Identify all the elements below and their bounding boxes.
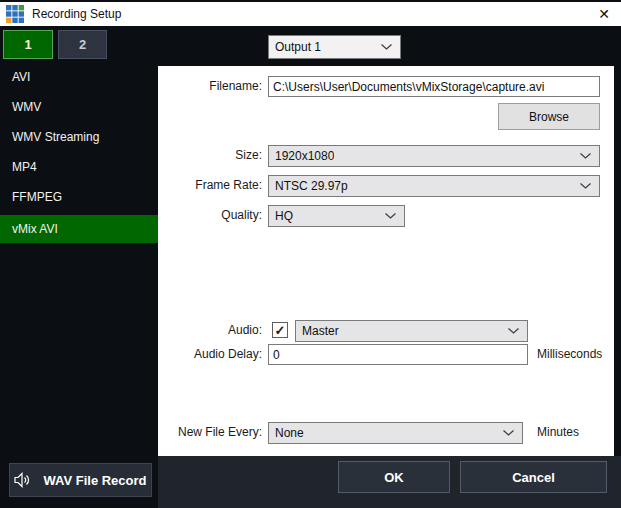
sidebar-item-mp4[interactable]: MP4 [0, 153, 158, 181]
size-label: Size: [158, 148, 262, 162]
chevron-down-icon [508, 328, 519, 334]
frame-rate-select-value: NTSC 29.97p [275, 179, 348, 193]
new-file-every-select[interactable]: None [268, 422, 523, 444]
size-select[interactable]: 1920x1080 [268, 145, 600, 167]
vmix-logo-icon [6, 5, 24, 23]
window-title: Recording Setup [32, 7, 121, 21]
output-select[interactable]: Output 1 [268, 35, 401, 59]
tab-output-1[interactable]: 1 [3, 30, 53, 59]
frame-rate-label: Frame Rate: [158, 178, 262, 192]
milliseconds-label: Milliseconds [537, 347, 602, 361]
settings-panel: Filename: Browse Size: 1920x1080 Frame R… [158, 66, 614, 456]
audio-bus-select[interactable]: Master [295, 320, 528, 342]
recording-setup-dialog: Recording Setup ✕ 1 2 Output 1 AVI WMV W… [0, 0, 621, 508]
audio-delay-input[interactable] [268, 344, 528, 365]
ok-button[interactable]: OK [338, 461, 450, 493]
size-select-value: 1920x1080 [275, 149, 334, 163]
close-icon[interactable]: ✕ [595, 5, 613, 23]
chevron-down-icon [580, 153, 591, 159]
audio-checkbox[interactable]: ✓ [272, 322, 288, 338]
wav-file-record-label: WAV File Record [43, 473, 146, 488]
minutes-label: Minutes [537, 425, 579, 439]
speaker-icon [14, 472, 31, 488]
chevron-down-icon [385, 213, 396, 219]
quality-select[interactable]: HQ [268, 205, 405, 227]
chevron-down-icon [580, 183, 591, 189]
title-bar: Recording Setup ✕ [0, 0, 621, 26]
audio-delay-label: Audio Delay: [158, 347, 262, 361]
audio-bus-select-value: Master [302, 324, 339, 338]
chevron-down-icon [503, 430, 514, 436]
cancel-button[interactable]: Cancel [460, 461, 607, 493]
sidebar-item-avi[interactable]: AVI [0, 63, 158, 91]
filename-label: Filename: [158, 79, 262, 93]
wav-file-record-button[interactable]: WAV File Record [9, 463, 152, 497]
quality-label: Quality: [158, 208, 262, 222]
sidebar-item-vmix-avi[interactable]: vMix AVI [0, 215, 160, 243]
filename-input[interactable] [268, 76, 600, 97]
sidebar-item-wmv-streaming[interactable]: WMV Streaming [0, 123, 158, 151]
audio-label: Audio: [158, 323, 262, 337]
sidebar-item-wmv[interactable]: WMV [0, 93, 158, 121]
new-file-every-select-value: None [275, 426, 304, 440]
frame-rate-select[interactable]: NTSC 29.97p [268, 175, 600, 197]
sidebar-item-ffmpeg[interactable]: FFMPEG [0, 183, 158, 211]
checkmark-icon: ✓ [275, 324, 286, 337]
new-file-every-label: New File Every: [158, 425, 262, 439]
output-select-value: Output 1 [275, 40, 321, 54]
browse-button[interactable]: Browse [498, 103, 600, 130]
tab-output-2[interactable]: 2 [58, 30, 107, 59]
chevron-down-icon [381, 44, 392, 50]
quality-select-value: HQ [275, 209, 293, 223]
